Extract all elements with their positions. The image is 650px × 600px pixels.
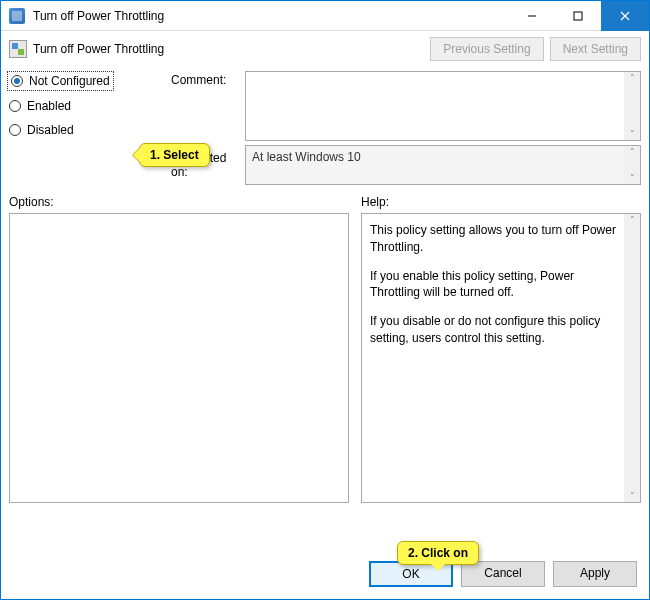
close-button[interactable]	[601, 1, 649, 31]
radio-label: Not Configured	[29, 74, 110, 88]
top-grid: Not Configured Enabled Disabled Comment:…	[9, 71, 641, 185]
app-icon	[9, 8, 25, 24]
header-row: Turn off Power Throttling Previous Setti…	[9, 37, 641, 61]
scrollbar[interactable]: ˄˅	[624, 146, 640, 184]
scrollbar[interactable]: ˄˅	[624, 214, 640, 502]
content-area: Turn off Power Throttling Previous Setti…	[1, 31, 649, 599]
radio-not-configured[interactable]: Not Configured	[9, 73, 112, 89]
window-title: Turn off Power Throttling	[33, 9, 164, 23]
annotation-select: 1. Select	[139, 143, 210, 167]
radio-enabled[interactable]: Enabled	[9, 99, 169, 113]
help-label: Help:	[361, 195, 641, 209]
radio-label: Enabled	[27, 99, 71, 113]
window-titlebar: Turn off Power Throttling	[1, 1, 649, 31]
policy-icon	[9, 40, 27, 58]
minimize-button[interactable]	[509, 1, 555, 31]
apply-button[interactable]: Apply	[553, 561, 637, 587]
comment-label: Comment:	[171, 71, 243, 87]
help-panel: This policy setting allows you to turn o…	[361, 213, 641, 503]
state-radio-group: Not Configured Enabled Disabled	[9, 71, 169, 137]
options-label: Options:	[9, 195, 349, 209]
previous-setting-button[interactable]: Previous Setting	[430, 37, 543, 61]
supported-on-value: At least Windows 10	[252, 150, 361, 164]
radio-disabled[interactable]: Disabled	[9, 123, 169, 137]
radio-icon	[11, 75, 23, 87]
help-text-line: If you disable or do not configure this …	[370, 313, 620, 347]
next-setting-button[interactable]: Next Setting	[550, 37, 641, 61]
help-text-line: This policy setting allows you to turn o…	[370, 222, 620, 256]
help-text-line: If you enable this policy setting, Power…	[370, 268, 620, 302]
policy-title: Turn off Power Throttling	[33, 42, 164, 56]
maximize-button[interactable]	[555, 1, 601, 31]
radio-icon	[9, 124, 21, 136]
supported-on-field: At least Windows 10 ˄˅	[245, 145, 641, 185]
radio-icon	[9, 100, 21, 112]
scrollbar[interactable]: ˄˅	[624, 72, 640, 140]
annotation-click-on: 2. Click on	[397, 541, 479, 565]
svg-rect-1	[574, 12, 582, 20]
comment-textarea[interactable]: ˄˅	[245, 71, 641, 141]
options-panel	[9, 213, 349, 503]
panels-row: Options: Help: This policy setting allow…	[9, 195, 641, 503]
radio-label: Disabled	[27, 123, 74, 137]
dialog-buttons: OK Cancel Apply	[9, 555, 641, 591]
